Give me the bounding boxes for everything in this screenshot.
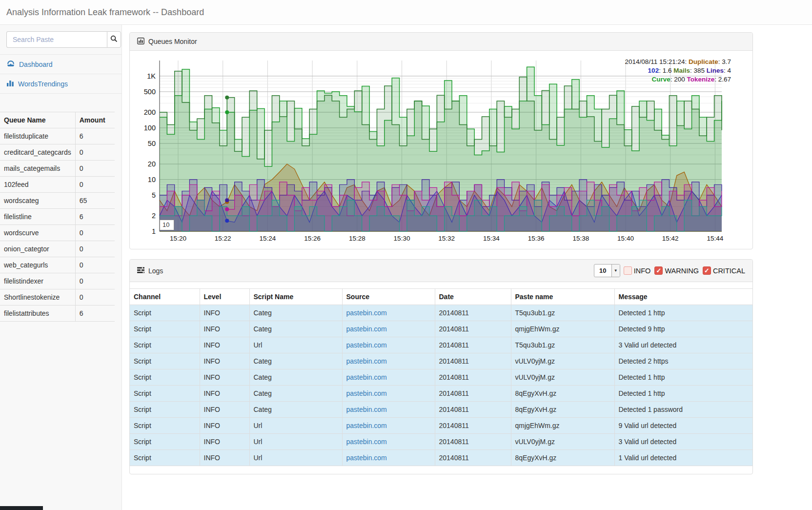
log-cell: Script [130, 305, 200, 321]
queue-row: filelistline6 [0, 209, 115, 225]
filter-warning[interactable]: ✓WARNING [654, 266, 699, 275]
x-tick-label: 15:38 [572, 235, 589, 242]
queue-cell: 65 [75, 193, 115, 209]
y-tick-label: 20 [148, 160, 156, 168]
dashboard-icon [7, 60, 15, 68]
filter-critical[interactable]: ✓CRITICAL [703, 266, 745, 275]
log-cell: Url [249, 418, 342, 434]
log-cell: Categ [249, 402, 342, 418]
source-link[interactable]: pastebin.com [346, 325, 387, 333]
log-cell: INFO [200, 418, 249, 434]
legend-series-name: Tokenize [687, 76, 714, 83]
sidebar-item-wordstrendings[interactable]: WordsTrendings [0, 74, 122, 94]
log-cell: vULV0yjM.gz [511, 369, 614, 386]
log-cell: pastebin.com [342, 353, 435, 369]
queue-row: filelistduplicate6 [0, 128, 115, 144]
queues-monitor-chart[interactable]: 15:2015:2215:2415:2615:2815:3015:3215:34… [137, 57, 745, 247]
x-tick-label: 15:36 [528, 235, 545, 242]
queue-cell: 0 [75, 161, 115, 177]
page-size-select[interactable]: 10 ▼ [594, 264, 620, 277]
queue-row: Shortlinestokenize0 [0, 289, 115, 306]
log-row: ScriptINFOUrlpastebin.com20140811vULV0yj… [130, 434, 752, 450]
filter-label: WARNING [665, 267, 699, 275]
queue-cell: creditcard_categcards [0, 144, 75, 161]
log-cell: Script [130, 353, 200, 369]
queues-panel-title: Queues Monitor [148, 38, 197, 45]
log-cell: 20140811 [435, 450, 511, 466]
source-link[interactable]: pastebin.com [346, 422, 387, 429]
source-link[interactable]: pastebin.com [346, 373, 387, 381]
checked-checkbox-icon[interactable]: ✓ [654, 266, 663, 275]
source-link[interactable]: pastebin.com [346, 341, 387, 349]
source-link[interactable]: pastebin.com [346, 309, 387, 317]
sidebar-item-label: WordsTrendings [18, 80, 68, 88]
queue-cell: 0 [75, 273, 115, 289]
log-cell: INFO [200, 321, 249, 337]
log-cell: pastebin.com [342, 402, 435, 418]
log-cell: 20140811 [435, 305, 511, 321]
chart-legend: 2014/08/11 15:21:24: Duplicate: 3.7102: … [625, 58, 731, 84]
queue-cell: wordscurve [0, 225, 75, 241]
legend-series-name: 102 [648, 67, 659, 74]
hover-point-102 [225, 219, 229, 223]
queue-row: web_categurls0 [0, 257, 115, 273]
log-cell: INFO [200, 434, 249, 450]
log-cell: Script [130, 369, 200, 386]
logs-col-header: Level [200, 289, 249, 305]
queue-cell: filelistline [0, 209, 75, 225]
queue-cell: 102feed [0, 177, 75, 193]
x-tick-label: 15:20 [170, 235, 186, 242]
hover-point-Tokenize [225, 207, 229, 211]
legend-line: Curve: 200 Tokenize: 2.67 [625, 75, 731, 84]
log-cell: Detected 1 http [614, 369, 752, 386]
sidebar-item-label: Dashboard [19, 61, 53, 68]
queue-cell: filelistduplicate [0, 128, 75, 144]
source-link[interactable]: pastebin.com [346, 406, 387, 413]
logs-panel-heading: Logs 10 ▼ INFO✓WARNING✓CRITICAL [130, 260, 752, 282]
search-icon [110, 35, 118, 44]
log-cell: pastebin.com [342, 450, 435, 466]
checked-checkbox-icon[interactable]: ✓ [703, 266, 711, 275]
log-row: ScriptINFOUrlpastebin.com20140811T5qu3ub… [130, 337, 752, 353]
x-tick-label: 15:32 [438, 235, 455, 242]
log-cell: Script [130, 418, 200, 434]
roll-period-input[interactable]: 10 [160, 220, 174, 230]
x-tick-label: 15:26 [304, 235, 321, 242]
log-cell: Script [130, 337, 200, 353]
y-tick-label: 1 [152, 227, 156, 235]
list-icon [137, 267, 144, 275]
queues-monitor-panel: Queues Monitor 15:2015:2215:2415:2615:28… [129, 32, 753, 249]
source-link[interactable]: pastebin.com [346, 389, 387, 397]
queue-row: filelistattributes6 [0, 306, 115, 322]
log-cell: 9 Valid url detected [614, 418, 752, 434]
queue-cell: filelistindexer [0, 273, 75, 289]
log-cell: Detected 9 http [614, 321, 752, 337]
unchecked-checkbox-icon[interactable] [624, 266, 632, 275]
source-link[interactable]: pastebin.com [346, 438, 387, 446]
search-button[interactable] [107, 31, 121, 48]
y-tick-label: 200 [144, 108, 156, 116]
source-link[interactable]: pastebin.com [346, 454, 387, 462]
bar-chart-box-icon [137, 38, 144, 46]
logs-col-header: Script Name [249, 289, 342, 305]
logs-table: ChannelLevelScript NameSourceDatePaste n… [130, 288, 752, 466]
y-tick-label: 2 [152, 212, 156, 220]
log-cell: Url [249, 450, 342, 466]
logs-col-header: Channel [130, 289, 200, 305]
log-cell: 20140811 [435, 321, 511, 337]
filter-info[interactable]: INFO [624, 266, 651, 275]
logs-controls: 10 ▼ INFO✓WARNING✓CRITICAL [594, 264, 745, 277]
logs-table-wrap: ChannelLevelScript NameSourceDatePaste n… [130, 282, 752, 474]
log-cell: Categ [249, 386, 342, 402]
source-link[interactable]: pastebin.com [346, 357, 387, 365]
queue-cell: 0 [75, 241, 115, 257]
x-tick-label: 15:34 [483, 235, 500, 242]
search-input[interactable] [6, 31, 107, 48]
screen-edge-artifact [0, 506, 43, 510]
queues-chart-area: 15:2015:2215:2415:2615:2815:3015:3215:34… [130, 51, 752, 249]
log-cell: Detected 1 password [614, 402, 752, 418]
log-cell: Categ [249, 369, 342, 386]
log-cell: INFO [200, 402, 249, 418]
queue-cell: onion_categtor [0, 241, 75, 257]
sidebar-item-dashboard[interactable]: Dashboard [0, 55, 122, 74]
